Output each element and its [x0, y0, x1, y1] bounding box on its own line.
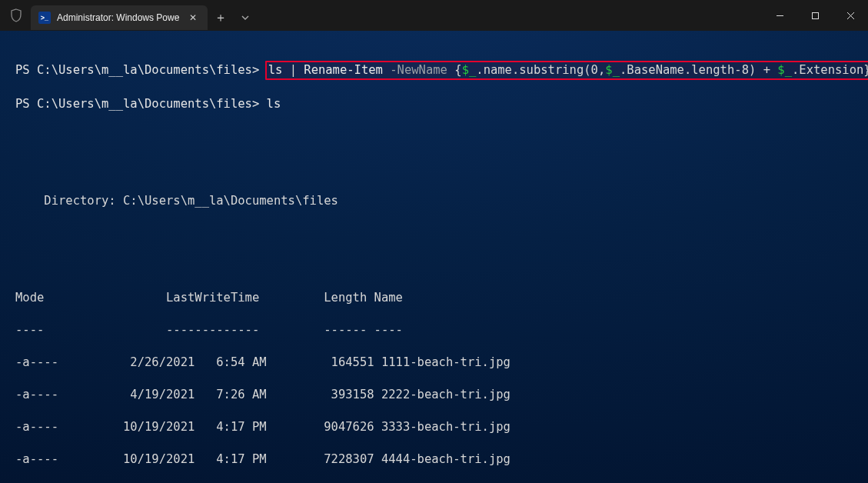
tok-rename: Rename-Item: [304, 63, 383, 77]
tok-ls2: ls: [259, 97, 281, 111]
minimize-button[interactable]: [762, 0, 797, 31]
line-cmd-1: PS C:\Users\m__la\Documents\files> ls | …: [15, 61, 853, 80]
table-row: -a---- 4/19/2021 7:26 AM 393158 2222-bea…: [15, 387, 853, 403]
tok-brace-open: {: [454, 63, 461, 77]
tok-eight: 8: [742, 63, 749, 77]
table-row: -a---- 10/19/2021 4:17 PM 7228307 4444-b…: [15, 451, 853, 468]
tok-pipe: |: [282, 63, 304, 77]
tok-paren: ): [749, 63, 756, 77]
tok-var1: $_: [462, 63, 477, 77]
tok-comma: ,: [598, 63, 605, 77]
titlebar[interactable]: >_ Administrator: Windows Powe ✕ ＋: [0, 0, 868, 31]
terminal-body[interactable]: PS C:\Users\m__la\Documents\files> ls | …: [0, 31, 868, 483]
tok-plus: +: [756, 63, 777, 77]
maximize-button[interactable]: [797, 0, 833, 31]
tok-baselen: .BaseName.length: [620, 63, 734, 77]
blank: [15, 258, 853, 274]
prompt: PS C:\Users\m__la\Documents\files>: [15, 63, 259, 77]
tab-title: Administrator: Windows Powe: [57, 12, 179, 23]
tok-brace-close: }: [863, 63, 868, 77]
new-tab-button[interactable]: ＋: [208, 5, 234, 30]
tok-var3: $_: [777, 63, 792, 77]
table-divider: ---- ------------- ------ ----: [15, 322, 853, 338]
blank: [15, 128, 853, 145]
tok-ls: ls: [268, 63, 283, 77]
powershell-icon: >_: [38, 12, 51, 24]
tok-var2: $_: [605, 63, 620, 77]
tab-close-button[interactable]: ✕: [186, 11, 200, 25]
prompt: PS C:\Users\m__la\Documents\files>: [15, 97, 259, 111]
tok-minus: -: [734, 63, 741, 77]
tok-zero: 0: [591, 63, 598, 77]
blank: [15, 225, 853, 242]
table-row: -a---- 10/19/2021 4:17 PM 9047626 3333-b…: [15, 419, 853, 435]
tab-dropdown-button[interactable]: [234, 5, 257, 30]
tok-newname: -NewName: [383, 63, 454, 77]
close-window-button[interactable]: [833, 0, 868, 31]
shield-icon: [6, 0, 26, 31]
titlebar-left: >_ Administrator: Windows Powe ✕ ＋: [0, 0, 257, 31]
table-row: -a---- 2/26/2021 6:54 AM 164551 1111-bea…: [15, 355, 853, 371]
dir-line: Directory: C:\Users\m__la\Documents\file…: [15, 193, 853, 209]
highlight-box: ls | Rename-Item -NewName {$_.name.subst…: [265, 61, 868, 80]
line-cmd-2: PS C:\Users\m__la\Documents\files> ls: [15, 96, 853, 112]
svg-rect-1: [812, 12, 818, 18]
tok-substr: .name.substring(: [476, 63, 590, 77]
table-header: Mode LastWriteTime Length Name: [15, 290, 853, 306]
tab-powershell[interactable]: >_ Administrator: Windows Powe ✕: [31, 5, 208, 30]
terminal-window: >_ Administrator: Windows Powe ✕ ＋ PS C:…: [0, 0, 868, 483]
window-controls: [762, 0, 868, 31]
tok-ext: .Extension: [792, 63, 863, 77]
blank: [15, 161, 853, 177]
